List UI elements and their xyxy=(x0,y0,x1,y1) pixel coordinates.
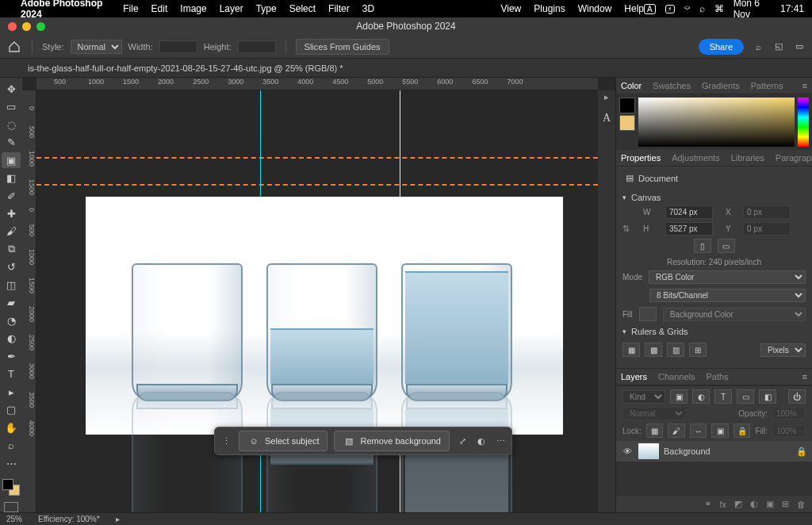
maximize-window-button[interactable] xyxy=(36,22,45,31)
adjustment-layer-icon[interactable]: ◐ xyxy=(750,499,758,509)
delete-layer-icon[interactable]: 🗑 xyxy=(797,500,806,509)
menubar-time[interactable]: 17:41 xyxy=(780,3,804,14)
history-brush-icon[interactable]: ↺ xyxy=(2,259,21,275)
quick-select-tool-icon[interactable]: ✎ xyxy=(2,134,21,150)
group-icon[interactable]: ▣ xyxy=(766,499,774,509)
menu-view[interactable]: View xyxy=(500,3,521,14)
slices-from-guides-button[interactable]: Slices From Guides xyxy=(296,39,389,55)
transform-icon[interactable]: ⤢ xyxy=(456,435,469,447)
ruler-vertical[interactable]: 0 500 1000 1500 0 500 1000 1500 2000 250… xyxy=(22,90,36,512)
edit-toolbar-icon[interactable]: ⋯ xyxy=(2,455,21,471)
expand-panel-icon[interactable]: ▸ xyxy=(604,92,609,102)
opacity-input[interactable] xyxy=(772,408,806,420)
blend-mode-select[interactable]: Normal xyxy=(622,407,686,420)
frame-tool-icon[interactable]: ◧ xyxy=(2,170,21,186)
canvas-height-input[interactable] xyxy=(665,222,713,236)
menu-filter[interactable]: Filter xyxy=(328,3,350,14)
style-select[interactable]: Normal xyxy=(71,40,122,54)
workspace-icon[interactable]: ◱ xyxy=(772,40,785,53)
menu-layer[interactable]: Layer xyxy=(220,3,243,14)
contextual-task-bar[interactable]: ⋮ ☺ Select subject ▧ Remove background ⤢… xyxy=(214,427,512,455)
lasso-tool-icon[interactable]: ◌ xyxy=(2,117,21,132)
visibility-icon[interactable]: 👁 xyxy=(621,446,634,456)
panel-menu-icon[interactable]: ≡ xyxy=(802,372,807,381)
canvas-width-input[interactable] xyxy=(665,205,713,219)
tab-swatches[interactable]: Swatches xyxy=(653,81,691,90)
tab-color[interactable]: Color xyxy=(621,81,642,90)
type-tool-icon[interactable]: T xyxy=(2,366,21,382)
menu-help[interactable]: Help xyxy=(624,3,644,14)
canvas-y-input[interactable] xyxy=(743,222,791,236)
layer-style-icon[interactable]: fx xyxy=(719,500,726,509)
arrange-icon[interactable]: ▭ xyxy=(793,40,806,53)
lock-all-icon[interactable]: 🔒 xyxy=(733,423,751,438)
canvas-viewport[interactable]: X : 4548,3 px xyxy=(36,90,598,512)
ruler-horizontal[interactable]: 500 1000 1500 2000 2500 3000 3500 4000 4… xyxy=(36,78,598,90)
menu-type[interactable]: Type xyxy=(256,3,277,14)
fill-swatch[interactable] xyxy=(639,307,657,321)
depth-select[interactable]: 8 Bits/Channel xyxy=(649,289,806,302)
more-icon[interactable]: ⋯ xyxy=(494,435,507,447)
filter-adjust-icon[interactable]: ◐ xyxy=(692,389,710,404)
guide-horizontal[interactable] xyxy=(36,184,598,186)
blur-tool-icon[interactable]: ◔ xyxy=(2,312,21,328)
lock-image-icon[interactable]: 🖌 xyxy=(668,423,685,438)
link-icon[interactable]: ⇅ xyxy=(622,224,638,234)
filter-image-icon[interactable]: ▣ xyxy=(670,389,688,404)
menu-select[interactable]: Select xyxy=(289,3,316,14)
orientation-landscape-icon[interactable]: ▭ xyxy=(718,239,735,253)
layer-name[interactable]: Background xyxy=(664,446,710,456)
link-layers-icon[interactable]: ⚭ xyxy=(704,499,711,509)
tab-properties[interactable]: Properties xyxy=(621,153,661,163)
lock-position-icon[interactable]: ↔ xyxy=(690,423,707,438)
panel-menu-icon[interactable]: ≡ xyxy=(802,81,807,90)
filter-toggle-icon[interactable]: ⏻ xyxy=(788,389,806,404)
dodge-tool-icon[interactable]: ◐ xyxy=(2,331,21,347)
menu-window[interactable]: Window xyxy=(578,3,612,14)
tab-gradients[interactable]: Gradients xyxy=(702,81,740,90)
remove-background-button[interactable]: ▧ Remove background xyxy=(334,431,450,451)
color-bg-swatch[interactable] xyxy=(619,115,635,131)
hand-tool-icon[interactable]: ✋ xyxy=(2,420,21,435)
tab-paths[interactable]: Paths xyxy=(707,372,729,381)
zoom-level[interactable]: 25% xyxy=(6,515,22,523)
home-icon[interactable] xyxy=(6,39,22,55)
guides-toggle-icon[interactable]: ▥ xyxy=(667,343,684,357)
layer-filter-kind[interactable]: Kind xyxy=(622,390,665,404)
layer-item-background[interactable]: 👁 Background 🔒 xyxy=(616,441,812,462)
control-center-icon[interactable]: ⌘ xyxy=(714,3,724,14)
type-panel-icon[interactable]: A xyxy=(603,112,611,125)
filter-shape-icon[interactable]: ▭ xyxy=(737,389,754,404)
quick-mask-icon[interactable] xyxy=(4,502,18,512)
select-subject-button[interactable]: ☺ Select subject xyxy=(239,431,327,451)
fill-input[interactable] xyxy=(772,425,806,437)
foreground-background-swatch[interactable] xyxy=(2,479,20,495)
rulers-section-header[interactable]: ▾ Rulers & Grids xyxy=(622,324,806,339)
canvas-x-input[interactable] xyxy=(743,205,791,219)
grid-toggle-icon[interactable]: ▩ xyxy=(645,343,662,357)
healing-tool-icon[interactable]: ✚ xyxy=(2,205,21,221)
lock-artboard-icon[interactable]: ▣ xyxy=(711,423,729,438)
menu-image[interactable]: Image xyxy=(180,3,206,14)
status-chevron-icon[interactable]: ▸ xyxy=(116,515,120,523)
tab-channels[interactable]: Channels xyxy=(658,372,695,381)
tab-layers[interactable]: Layers xyxy=(621,372,647,381)
brush-tool-icon[interactable]: 🖌 xyxy=(2,224,21,240)
tab-paragraph[interactable]: Paragraph xyxy=(776,153,812,163)
tab-patterns[interactable]: Patterns xyxy=(751,81,783,90)
adjustments-icon[interactable]: ◐ xyxy=(475,435,488,447)
menu-edit[interactable]: Edit xyxy=(151,3,168,14)
eraser-tool-icon[interactable]: ◫ xyxy=(2,277,21,293)
mode-select[interactable]: RGB Color xyxy=(649,270,806,284)
new-layer-icon[interactable]: ⊞ xyxy=(782,499,789,509)
minimize-window-button[interactable] xyxy=(22,22,31,31)
battery-icon[interactable]: ⚡︎ xyxy=(665,5,675,13)
drag-handle-icon[interactable]: ⋮ xyxy=(220,435,232,447)
ruler-units-select[interactable]: Pixels xyxy=(760,343,806,357)
eyedropper-tool-icon[interactable]: ✐ xyxy=(2,188,21,204)
hue-slider[interactable] xyxy=(798,98,809,147)
color-field[interactable] xyxy=(638,98,795,147)
fill-select[interactable]: Background Color xyxy=(663,308,806,321)
clone-tool-icon[interactable]: ⧉ xyxy=(2,241,21,257)
marquee-tool-icon[interactable]: ▭ xyxy=(2,98,21,114)
